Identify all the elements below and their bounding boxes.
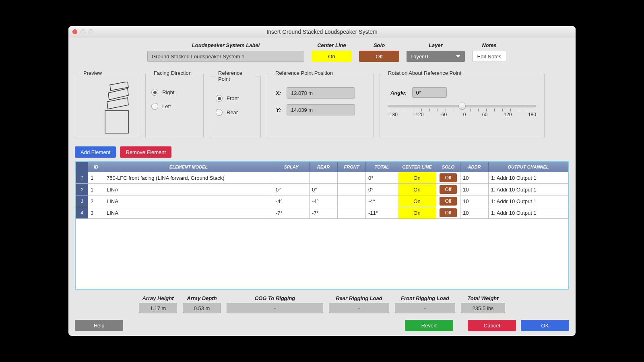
panels-row: Preview Facing Direction [75, 70, 569, 138]
system-label-field[interactable]: Ground Stacked Loudspeaker System 1 [147, 51, 304, 62]
cell-total[interactable]: 0° [366, 184, 398, 195]
edit-notes-button[interactable]: Edit Notes [472, 51, 506, 62]
stat-rear-load: Rear Rigging Load - [329, 295, 389, 313]
angle-row: Angle: 0° [386, 87, 539, 98]
col-total[interactable]: TOTAL [366, 162, 398, 172]
cell-output[interactable]: 1: Addr 10 Output 1 [489, 195, 568, 207]
col-front[interactable]: FRONT [338, 162, 366, 172]
preview-graphic [81, 82, 133, 134]
table-row[interactable]: 21LINA0°0°0°OnOff101: Addr 10 Output 1 [76, 184, 568, 195]
slider-thumb[interactable] [458, 103, 466, 110]
cell-front[interactable] [338, 207, 366, 219]
cell-output[interactable]: 1: Addr 10 Output 1 [489, 207, 568, 219]
stat-cog: COG To Rigging - [227, 295, 323, 313]
cell-splay[interactable] [273, 172, 310, 184]
cell-front[interactable] [338, 172, 366, 184]
cell-id[interactable]: 1 [88, 172, 104, 184]
dialog-content: Loudspeaker System Label Ground Stacked … [68, 37, 576, 336]
cell-centerline-toggle[interactable]: On [398, 207, 436, 219]
cell-centerline-toggle[interactable]: On [398, 172, 436, 184]
col-id[interactable]: ID [88, 162, 104, 172]
cell-splay[interactable]: 0° [273, 184, 310, 195]
solo-toggle[interactable]: Off [359, 51, 399, 62]
dialog-window: Insert Ground Stacked Loudspeaker System… [68, 26, 576, 336]
stats-row: Array Height 1.17 m Array Depth 0.53 m C… [75, 295, 569, 313]
cell-model[interactable]: LINA [104, 184, 273, 195]
table-row[interactable]: 11750-LFC front facing (LINA forward, Gr… [76, 172, 568, 184]
cell-front[interactable] [338, 184, 366, 195]
total-weight-value: 235.5 lbs [461, 303, 505, 313]
cell-model[interactable]: 750-LFC front facing (LINA forward, Grou… [104, 172, 273, 184]
facing-panel: Facing Direction Right Left [145, 70, 204, 138]
table-row[interactable]: 32LINA-4°-4°-4°OnOff101: Addr 10 Output … [76, 195, 568, 207]
angle-slider[interactable]: -180-120-60060120180 [386, 105, 539, 117]
speaker-stack-icon [85, 82, 129, 134]
cell-splay[interactable]: -4° [273, 195, 310, 207]
stat-array-height: Array Height 1.17 m [139, 295, 177, 313]
cell-output[interactable]: 1: Addr 10 Output 1 [489, 184, 568, 195]
remove-element-button[interactable]: Remove Element [120, 146, 171, 158]
cell-solo-toggle[interactable]: Off [436, 195, 460, 207]
table-row[interactable]: 43LINA-7°-7°-11°OnOff101: Addr 10 Output… [76, 207, 568, 219]
col-rear[interactable]: REAR [310, 162, 338, 172]
refpoint-rear-radio[interactable]: Rear [216, 109, 255, 116]
angle-field[interactable]: 0° [412, 87, 447, 98]
add-element-button[interactable]: Add Element [75, 146, 116, 158]
col-solo[interactable]: SOLO [436, 162, 460, 172]
cell-solo-toggle[interactable]: Off [436, 207, 460, 219]
cell-solo-toggle[interactable]: Off [436, 184, 460, 195]
cell-rear[interactable]: -7° [310, 207, 338, 219]
col-output[interactable]: OUTPUT CHANNEL [489, 162, 568, 172]
cell-model[interactable]: LINA [104, 195, 273, 207]
ok-button[interactable]: OK [521, 320, 569, 331]
facing-right-radio[interactable]: Right [151, 89, 198, 96]
revert-button[interactable]: Revert [405, 320, 453, 331]
refpoint-panel: Reference Point Front Rear [210, 70, 261, 138]
cell-addr[interactable]: 10 [460, 195, 489, 207]
refpoint-front-radio[interactable]: Front [216, 95, 255, 102]
centerline-toggle[interactable]: On [312, 51, 352, 62]
row-number: 2 [76, 184, 88, 195]
centerline-column: Center Line On [312, 42, 352, 62]
cell-rear[interactable] [310, 172, 338, 184]
help-button[interactable]: Help [75, 320, 123, 331]
cell-id[interactable]: 1 [88, 184, 104, 195]
facing-left-radio[interactable]: Left [151, 103, 198, 110]
x-field[interactable]: 12.078 m [287, 87, 355, 99]
radio-icon [151, 103, 158, 110]
cancel-button[interactable]: Cancel [468, 320, 516, 331]
cell-centerline-toggle[interactable]: On [398, 195, 436, 207]
rotation-panel: Rotation About Reference Point Angle: 0°… [380, 70, 545, 138]
cell-rear[interactable]: 0° [310, 184, 338, 195]
preview-panel: Preview [75, 70, 139, 138]
cell-addr[interactable]: 10 [460, 207, 489, 219]
rownum-header [76, 162, 88, 172]
layer-select[interactable]: Layer 0 [407, 51, 465, 62]
cell-centerline-toggle[interactable]: On [398, 184, 436, 195]
y-field[interactable]: 14.039 m [287, 104, 355, 115]
array-height-value: 1.17 m [139, 303, 177, 313]
layer-column: Layer Layer 0 [407, 42, 465, 62]
cell-solo-toggle[interactable]: Off [436, 172, 460, 184]
cell-addr[interactable]: 10 [460, 184, 489, 195]
col-centerline[interactable]: CENTER LINE [398, 162, 436, 172]
rotation-legend: Rotation About Reference Point [386, 70, 464, 76]
cell-splay[interactable]: -7° [273, 207, 310, 219]
col-splay[interactable]: SPLAY [273, 162, 310, 172]
footer-buttons: Help Revert Cancel OK [75, 320, 569, 331]
cell-total[interactable]: 0° [366, 172, 398, 184]
cell-id[interactable]: 3 [88, 207, 104, 219]
cell-total[interactable]: -11° [366, 207, 398, 219]
cell-total[interactable]: -4° [366, 195, 398, 207]
col-model[interactable]: ELEMENT MODEL [104, 162, 273, 172]
cell-rear[interactable]: -4° [310, 195, 338, 207]
col-addr[interactable]: ADDR [460, 162, 489, 172]
row-number: 3 [76, 195, 88, 207]
cell-output[interactable]: 1: Addr 10 Output 1 [489, 172, 568, 184]
refpos-legend: Reference Point Position [273, 70, 335, 76]
cell-addr[interactable]: 10 [460, 172, 489, 184]
cell-id[interactable]: 2 [88, 195, 104, 207]
stat-total-weight: Total Weight 235.5 lbs [461, 295, 505, 313]
cell-front[interactable] [338, 195, 366, 207]
cell-model[interactable]: LINA [104, 207, 273, 219]
